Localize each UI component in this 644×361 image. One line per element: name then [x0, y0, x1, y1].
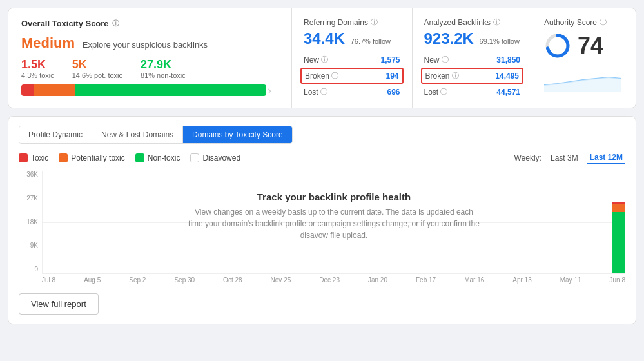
- y-axis: 36K 27K 18K 9K 0: [19, 171, 42, 274]
- backlinks-lost-label: Lost ⓘ: [424, 87, 448, 97]
- authority-donut-icon: [544, 32, 571, 59]
- stat-pot-toxic: 5K 14.6% pot. toxic: [72, 58, 122, 79]
- stat-toxic-label: 4.3% toxic: [21, 72, 54, 79]
- referring-broken-info[interactable]: ⓘ: [331, 71, 338, 81]
- legend-disavowed[interactable]: Disavowed: [190, 153, 240, 162]
- legend-toxic-label: Toxic: [31, 153, 48, 162]
- stat-nontoxic: 27.9K 81% non-toxic: [141, 58, 186, 79]
- referring-broken-row: Broken ⓘ 194: [300, 68, 404, 84]
- y-18k: 18K: [19, 219, 38, 226]
- chart-area: 36K 27K 18K 9K 0 Track your backlink pro…: [19, 171, 625, 287]
- backlinks-new-row: New ⓘ 31,850: [424, 53, 521, 66]
- referring-new-val[interactable]: 1,575: [380, 55, 400, 64]
- referring-broken-val[interactable]: 194: [385, 72, 398, 81]
- referring-lost-label: Lost ⓘ: [304, 87, 327, 97]
- tab-new-lost-domains[interactable]: New & Lost Domains: [92, 126, 183, 143]
- backlinks-info-icon[interactable]: ⓘ: [493, 17, 500, 27]
- referring-rows: New ⓘ 1,575 Broken ⓘ 194: [304, 53, 400, 99]
- cs-green: [612, 212, 625, 273]
- x-nov25: Nov 25: [271, 277, 291, 284]
- toxicity-title: Overall Toxicity Score ⓘ: [21, 19, 278, 28]
- backlinks-follow: 69.1% follow: [480, 37, 520, 45]
- tab-domains-toxicity[interactable]: Domains by Toxicity Score: [183, 126, 292, 143]
- metrics-section: Referring Domains ⓘ 34.4K 76.7% follow N…: [292, 8, 636, 108]
- stats-row: 1.5K 4.3% toxic 5K 14.6% pot. toxic 27.9…: [21, 58, 278, 79]
- backlinks-broken-label: Broken ⓘ: [425, 71, 459, 81]
- y-9k: 9K: [19, 242, 38, 249]
- backlinks-broken-val[interactable]: 14,495: [495, 72, 519, 81]
- backlinks-value: 923.2K: [424, 30, 474, 47]
- backlinks-rows: New ⓘ 31,850 Broken ⓘ 14,495: [424, 53, 521, 99]
- tabs-row: Profile Dynamic New & Lost Domains Domai…: [19, 126, 293, 144]
- explore-text: Explore your suspicious backlinks: [83, 40, 208, 50]
- checkbox-pot-toxic[interactable]: [59, 153, 68, 162]
- backlinks-lost-info[interactable]: ⓘ: [440, 87, 447, 97]
- x-axis: Jul 8 Aug 5 Sep 2 Sep 30 Oct 28 Nov 25 D…: [19, 277, 625, 284]
- referring-title: Referring Domains ⓘ: [304, 17, 400, 27]
- x-mar16: Mar 16: [464, 277, 484, 284]
- medium-label: Medium: [21, 35, 75, 51]
- x-feb17: Feb 17: [416, 277, 436, 284]
- referring-lost-row: Lost ⓘ 696: [304, 85, 400, 99]
- chart-inner: 36K 27K 18K 9K 0 Track your backlink pro…: [19, 171, 625, 274]
- referring-new-row: New ⓘ 1,575: [304, 53, 400, 66]
- referring-lost-info[interactable]: ⓘ: [320, 87, 327, 97]
- time-btn-3m[interactable]: Last 3M: [548, 152, 581, 164]
- y-0: 0: [19, 266, 38, 273]
- chart-empty-desc: View changes on a weekly basis up to the…: [188, 206, 480, 241]
- stat-pot-toxic-value: 5K: [72, 58, 122, 72]
- backlinks-new-val[interactable]: 31,850: [496, 55, 520, 64]
- stat-nontoxic-label: 81% non-toxic: [141, 72, 186, 79]
- backlinks-title: Analyzed Backlinks ⓘ: [424, 17, 521, 27]
- progress-green: [75, 84, 266, 96]
- legend-pot-toxic[interactable]: Potentially toxic: [59, 153, 124, 162]
- referring-domains-col: Referring Domains ⓘ 34.4K 76.7% follow N…: [292, 8, 413, 108]
- referring-value: 34.4K: [304, 30, 345, 47]
- backlinks-new-info[interactable]: ⓘ: [442, 55, 449, 64]
- legend-nontoxic[interactable]: Non-toxic: [135, 153, 181, 162]
- backlinks-lost-val[interactable]: 44,571: [496, 88, 520, 97]
- x-jun8: Jun 8: [610, 277, 625, 284]
- authority-info-icon[interactable]: ⓘ: [600, 17, 607, 27]
- checkbox-disavowed[interactable]: [190, 153, 199, 162]
- legend-disavowed-label: Disavowed: [202, 153, 240, 162]
- view-full-report-button[interactable]: View full report: [19, 293, 99, 315]
- chart-empty-title: Track your backlink profile health: [188, 191, 480, 202]
- authority-sparkline-icon: [544, 66, 621, 92]
- backlinks-broken-row: Broken ⓘ 14,495: [421, 68, 524, 84]
- weekly-label: Weekly:: [514, 153, 541, 162]
- x-jan20: Jan 20: [368, 277, 387, 284]
- backlinks-new-label: New ⓘ: [424, 55, 449, 64]
- referring-lost-val[interactable]: 696: [387, 88, 400, 97]
- top-card: Overall Toxicity Score ⓘ Medium Explore …: [8, 8, 636, 108]
- tab-profile-dynamic[interactable]: Profile Dynamic: [19, 126, 92, 143]
- cs-orange: [612, 204, 625, 212]
- x-sep30: Sep 30: [174, 277, 195, 284]
- current-state-bar: [612, 171, 625, 273]
- x-dec23: Dec 23: [319, 277, 340, 284]
- filters-row: Toxic Potentially toxic Non-toxic Disavo…: [19, 151, 625, 164]
- referring-follow: 76.7% follow: [351, 37, 391, 45]
- progress-arrow: ›: [268, 84, 271, 97]
- time-controls: Weekly: Last 3M Last 12M: [514, 151, 625, 164]
- referring-new-info[interactable]: ⓘ: [321, 55, 328, 64]
- authority-title: Authority Score ⓘ: [544, 17, 607, 27]
- referring-new-label: New ⓘ: [304, 55, 328, 64]
- backlinks-broken-info[interactable]: ⓘ: [452, 71, 459, 81]
- time-btn-12m[interactable]: Last 12M: [587, 151, 625, 164]
- bottom-card: Profile Dynamic New & Lost Domains Domai…: [8, 116, 636, 324]
- referring-info-icon[interactable]: ⓘ: [371, 17, 378, 27]
- progress-red: [21, 84, 34, 96]
- checkbox-toxic[interactable]: [19, 153, 28, 162]
- authority-col: Authority Score ⓘ 74: [532, 8, 636, 108]
- toxicity-title-text: Overall Toxicity Score: [21, 19, 109, 28]
- legend-toxic[interactable]: Toxic: [19, 153, 48, 162]
- y-27k: 27K: [19, 195, 38, 202]
- authority-score-value: 74: [578, 32, 603, 59]
- x-apr13: Apr 13: [512, 277, 531, 284]
- checkbox-nontoxic[interactable]: [135, 153, 144, 162]
- y-36k: 36K: [19, 171, 38, 178]
- toxicity-info-icon[interactable]: ⓘ: [112, 19, 119, 28]
- stat-toxic: 1.5K 4.3% toxic: [21, 58, 54, 79]
- progress-bar: ›: [21, 84, 266, 96]
